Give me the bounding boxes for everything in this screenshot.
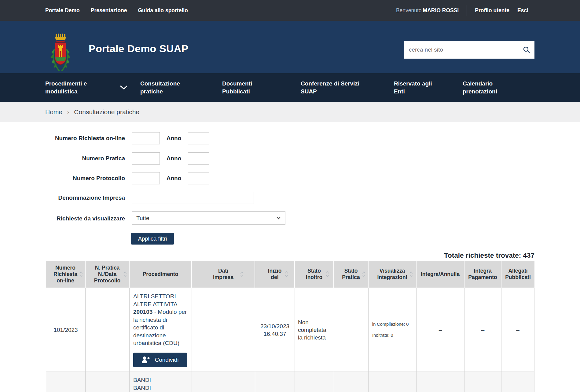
label-denominazione-impresa: Denominazione Impresa [45,192,125,204]
cell-stato-inoltro: Non completata la richiesta [295,288,334,372]
col-label: Integra Pagamento [468,268,497,281]
sort-icon[interactable] [123,270,127,278]
sort-icon[interactable] [284,270,289,278]
topbar-links: Portale Demo Presentazione Guida allo sp… [45,7,188,14]
cell-procedimento: ALTRI SETTORI ALTRE ATTIVITA 200103 - Mo… [130,288,192,372]
anno-pratica-input[interactable] [188,152,209,165]
denominazione-impresa-input[interactable] [132,192,254,204]
profile-link[interactable]: Profilo utente [475,7,509,14]
table-row: BANDI BANDI 070001 - Domanda [46,372,534,392]
cell-integra-annulla: – [417,288,464,372]
col-label: Procedimento [143,271,178,278]
numero-richiesta-input[interactable] [132,132,160,144]
total-results-label: Totale richieste trovate: 437 [46,252,534,260]
anno-protocollo-input[interactable] [188,172,209,184]
share-button-label: Condividi [155,357,178,363]
main-navigation: Procedimenti e modulistica Consultazione… [0,73,580,102]
cell-dati-impresa [192,372,255,392]
cell-integra-pagamento: – [464,288,501,372]
anno-richiesta-input[interactable] [188,132,209,144]
numero-protocollo-input[interactable] [132,172,160,184]
results-table: Numero Richiesta on-line N. Pratica N./D… [46,261,534,392]
col-header-stato-inoltro[interactable]: Stato Inoltro [295,261,334,288]
table-row: 101/2023 ALTRI SETTORI ALTRE ATTIVITA 20… [46,288,534,372]
cell-procedimento: BANDI BANDI 070001 - Domanda [130,372,192,392]
breadcrumb-home-link[interactable]: Home [45,108,62,116]
welcome-text: BenvenutoMARIO ROSSI [396,7,459,14]
numero-pratica-input[interactable] [132,152,160,165]
nav-item-conferenze[interactable]: Conferenze di Servizi SUAP [301,80,359,96]
cell-integra-annulla [417,372,464,392]
sort-icon[interactable] [325,270,330,278]
cell-inizio-del [255,372,295,392]
col-label: Stato Inoltro [306,268,322,281]
username: MARIO ROSSI [423,7,459,13]
breadcrumb-current: Consultazione pratiche [74,108,139,116]
cell-request-number [46,372,86,392]
table-header-row: Numero Richiesta on-line N. Pratica N./D… [46,261,534,288]
col-header-inizio-del[interactable]: Inizio del [255,261,295,288]
col-label: Dati Impresa [213,268,233,281]
cell-inizio-del: 23/10/2023 16:40:37 [255,288,295,372]
sort-icon[interactable] [79,270,83,278]
col-header-dati-impresa[interactable]: Dati Impresa [192,261,255,288]
label-numero-protocollo: Numero Protocollo [45,172,125,184]
cell-stato-pratica [334,372,369,392]
share-button[interactable]: Condividi [133,353,187,367]
anno-label-1: Anno [160,132,188,144]
col-label: Allegati Pubblicati [505,268,531,281]
procedimento-code: 200103 [133,309,152,315]
procedimento-category-link[interactable]: ALTRI SETTORI ALTRE ATTIVITA [133,292,188,308]
topbar-divider [467,5,467,16]
site-header: Portale Demo SUAP [0,21,580,73]
procedimento-category-link[interactable]: BANDI BANDI [133,376,188,392]
topbar-link-portale-demo[interactable]: Portale Demo [45,7,80,14]
col-header-procedimento: Procedimento [130,261,192,288]
procedimento-description-link[interactable]: 200103 - Modulo per la richiesta di cert… [133,308,188,347]
anno-label-3: Anno [160,172,188,184]
col-header-integra-annulla: Integra/Annulla [417,261,464,288]
cell-visualizza-integrazioni [369,372,417,392]
col-header-integra-pagamento: Integra Pagamento [464,261,501,288]
cell-stato-pratica [334,288,369,372]
cell-pratica [86,288,130,372]
search-input[interactable] [404,41,534,59]
col-header-pratica-protocollo[interactable]: N. Pratica N./Data Protocollo [86,261,130,288]
col-label: Stato Pratica [342,268,360,281]
label-numero-richiesta: Numero Richiesta on-line [45,132,125,144]
col-label: Integra/Annulla [421,271,460,278]
nav-item-calendario[interactable]: Calendario prenotazioni [463,80,497,96]
topbar-link-presentazione[interactable]: Presentazione [91,7,127,14]
nav-item-consultazione[interactable]: Consultazione pratiche [140,80,180,96]
col-header-allegati-pubblicati: Allegati Pubblicati [501,261,534,288]
sort-icon[interactable] [409,270,413,278]
label-richieste-da-visualizzare: Richieste da visualizzare [45,212,125,225]
cell-visualizza-integrazioni: in Compilazione: 0 Inoltrate: 0 [369,288,417,372]
search-icon[interactable] [523,46,530,53]
cell-integra-pagamento [464,372,501,392]
sort-icon[interactable] [362,270,366,278]
logout-link[interactable]: Esci [517,7,528,14]
richieste-select[interactable]: Tutte [132,211,285,225]
col-header-numero-richiesta[interactable]: Numero Richiesta on-line [46,261,86,288]
cell-request-number: 101/2023 [46,288,86,372]
welcome-prefix: Benvenuto [396,7,422,13]
chevron-down-icon [120,85,128,90]
col-label: Inizio del [268,268,282,281]
nav-item-riservato[interactable]: Riservato agli Enti [394,80,432,96]
col-header-visualizza-integrazioni[interactable]: Visualizza Integrazioni [369,261,417,288]
nav-item-documenti[interactable]: Documenti Pubblicati [222,80,252,96]
cell-dati-impresa [192,288,255,372]
label-numero-pratica: Numero Pratica [45,152,125,165]
integrazioni-compilazione: in Compilazione: 0 [372,321,409,328]
topbar-link-guida-sportello[interactable]: Guida allo sportello [138,7,188,14]
topbar-user-area: BenvenutoMARIO ROSSI Profilo utente Esci [396,5,528,16]
sort-icon[interactable] [240,270,244,278]
top-utility-bar: Portale Demo Presentazione Guida allo sp… [0,0,580,21]
apply-filters-button[interactable]: Applica filtri [131,233,174,245]
cell-allegati-pubblicati [501,372,534,392]
breadcrumb: Home › Consultazione pratiche [0,102,580,122]
nav-item-procedimenti[interactable]: Procedimenti e modulistica [45,80,87,96]
col-header-stato-pratica[interactable]: Stato Pratica [334,261,369,288]
cell-allegati-pubblicati: – [501,288,534,372]
